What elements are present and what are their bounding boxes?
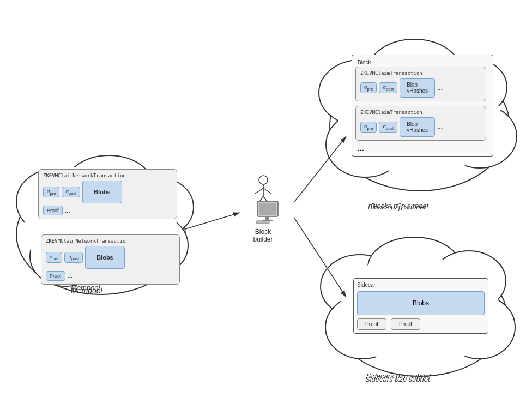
mempool-label-text: Mempool: [71, 286, 102, 295]
block-outer: Block ZKEVMClaimTransaction σpre σpost B…: [352, 55, 493, 157]
sidecar-title: Sidecar: [357, 282, 485, 288]
block-tx1-fields: σpre σpost BlobvHashes ...: [360, 78, 481, 98]
blocks-label-text: Blocks p2p subnet: [368, 203, 426, 211]
block-tx1-label: ZKEVMClaimTransaction: [360, 70, 481, 76]
field-proof-2: Proof: [46, 271, 65, 281]
sidecar-proofs: Proof Proof: [357, 318, 485, 330]
dots-1: ...: [65, 207, 70, 214]
field-blobs-2: Blobs: [85, 246, 125, 269]
field-blobs-1: Blobs: [82, 181, 122, 203]
block-dots-2: ...: [437, 123, 443, 131]
field-sigma-post-2: σpost: [64, 252, 83, 263]
sidecar-outer: Sidecar Blobs Proof Proof: [353, 278, 488, 334]
sidecar-proof-2: Proof: [391, 318, 420, 330]
mempool-tx2-fields2: Proof ...: [46, 271, 175, 281]
svg-rect-36: [265, 216, 269, 220]
svg-rect-38: [256, 221, 269, 224]
mempool-tx1-fields: σpre σpost Blobs: [43, 181, 172, 203]
mempool-tx1-fields2: Proof ...: [43, 206, 172, 215]
mempool-tx1-label: ZKEVMClaimNetworkTransaction: [43, 173, 172, 178]
svg-rect-35: [259, 203, 276, 215]
sidecars-label-text: Sidecars p2p subnet: [365, 375, 430, 383]
block-title: Block: [355, 58, 489, 67]
field-sigma-post-1: σpost: [62, 187, 80, 198]
block-builder: Blockbuilder: [240, 175, 286, 243]
dots-2: ...: [68, 272, 73, 280]
sidecar-proof-1: Proof: [357, 318, 386, 330]
mempool-tx2-fields: σpre σpost Blobs: [46, 246, 175, 269]
mempool-tx2: ZKEVMClaimNetworkTransaction σpre σpost …: [41, 234, 180, 285]
block-more-dots: ...: [355, 144, 489, 153]
block-field-post-2: σpost: [379, 122, 397, 133]
svg-line-25: [185, 213, 240, 229]
block-field-pre-2: σpre: [360, 122, 377, 133]
svg-line-27: [294, 218, 346, 297]
block-dots-1: ...: [437, 84, 443, 92]
block-field-blobs-1: BlobvHashes: [400, 78, 435, 98]
diagram-container: Mempool ZKEVMClaimNetworkTransaction σpr…: [0, 0, 532, 397]
block-builder-label: Blockbuilder: [253, 228, 273, 243]
sidecar-blobs: Blobs: [357, 291, 485, 315]
block-tx1: ZKEVMClaimTransaction σpre σpost BlobvHa…: [355, 67, 486, 101]
svg-line-31: [263, 188, 271, 194]
field-sigma-pre-2: σpre: [46, 252, 62, 263]
block-tx2: ZKEVMClaimTransaction σpre σpost BlobvHa…: [355, 106, 486, 141]
mempool-tx2-label: ZKEVMClaimNetworkTransaction: [46, 238, 175, 244]
block-field-post-1: σpost: [379, 82, 397, 94]
svg-line-26: [294, 136, 346, 202]
mempool-tx1: ZKEVMClaimNetworkTransaction σpre σpost …: [38, 169, 177, 219]
svg-line-30: [255, 188, 263, 194]
block-tx2-fields: σpre σpost BlobvHashes ...: [360, 117, 481, 137]
svg-point-28: [259, 176, 268, 184]
field-proof-1: Proof: [43, 206, 63, 215]
block-tx2-label: ZKEVMClaimTransaction: [360, 110, 481, 115]
block-field-pre-1: σpre: [360, 82, 377, 94]
block-field-blobs-2: BlobvHashes: [400, 117, 435, 137]
field-sigma-pre-1: σpre: [43, 187, 59, 198]
computer-icon: [256, 200, 286, 225]
